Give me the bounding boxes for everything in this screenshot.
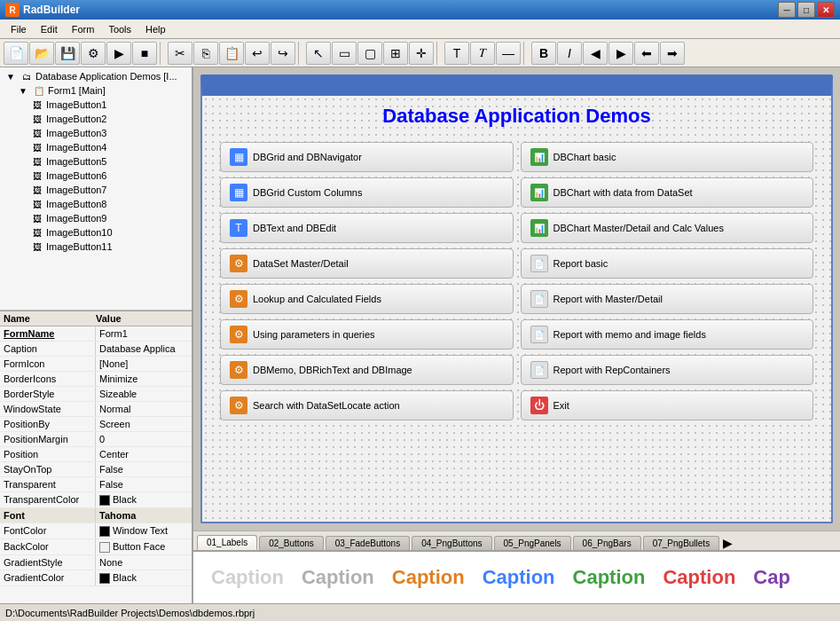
btn-report-basic[interactable]: 📄 Report basic [521,248,814,279]
tb-bold[interactable]: B [531,42,556,65]
props-val-formname: Form1 [96,326,192,341]
tab-05-pngpanels[interactable]: 05_PngPanels [494,536,571,550]
props-row-stayontop[interactable]: StayOnTop False [0,462,192,477]
fw-maximize[interactable]: □ [796,77,812,91]
tb-new[interactable]: 📄 [4,42,28,65]
menu-file[interactable]: File [4,22,34,36]
tb-back[interactable]: ⬅ [634,42,659,65]
tb-copy[interactable]: ⎘ [193,42,218,65]
props-row-fontcolor[interactable]: FontColor Window Text [0,523,192,539]
tb-redo[interactable]: ↪ [271,42,295,65]
tree-item-form1[interactable]: ▼ 📋 Form1 [Main] [2,83,190,98]
tree-item-imgbtn7[interactable]: 🖼 ImageButton7 [2,183,190,197]
props-val-fontcolor: Window Text [96,523,192,538]
btn-dbgrid-dbnavigator[interactable]: ▦ DBGrid and DBNavigator [220,142,514,172]
tree-view[interactable]: ▼ 🗂 Database Application Demos [I... ▼ 📋… [0,67,192,310]
fw-minimize[interactable]: ─ [778,77,794,91]
btn-report-master[interactable]: 📄 Report with Master/Detail [521,284,814,314]
tree-item-imgbtn1[interactable]: 🖼 ImageButton1 [2,98,190,112]
btn-lookup-calc[interactable]: ⚙ Lookup and Calculated Fields [220,284,514,314]
tb-cut[interactable]: ✂ [168,42,192,65]
tree-item-imgbtn6[interactable]: 🖼 ImageButton6 [2,169,190,183]
tree-item-imgbtn10[interactable]: 🖼 ImageButton10 [2,225,190,240]
tb-text[interactable]: T [444,42,469,65]
tb-pointer[interactable]: ↖ [306,42,331,65]
props-row-windowstate[interactable]: WindowState Normal [0,402,192,417]
props-row-backcolor[interactable]: BackColor Button Face [0,539,192,555]
tb-separator-3 [436,42,442,65]
tab-03-fadebuttons[interactable]: 03_FadeButtons [326,536,410,550]
tb-fwd[interactable]: ➡ [660,42,685,65]
props-row-positionmargin[interactable]: PositionMargin 0 [0,432,192,447]
demo-buttons-grid: ▦ DBGrid and DBNavigator ▦ DBGrid Custom… [211,142,822,421]
props-row-bordericons[interactable]: BorderIcons Minimize [0,372,192,387]
close-button[interactable]: ✕ [817,2,835,18]
btn-dbchart-master[interactable]: 📊 DBChart Master/Detail and Calc Values [521,213,814,243]
tb-paste[interactable]: 📋 [219,42,244,65]
tb-stop[interactable]: ■ [132,42,157,65]
btn-dataset-master[interactable]: ⚙ DataSet Master/Detail [220,248,514,279]
tree-item-imgbtn3[interactable]: 🖼 ImageButton3 [2,126,190,140]
tree-item-imgbtn8[interactable]: 🖼 ImageButton8 [2,197,190,211]
btn-dbchart-data[interactable]: 📊 DBChart with data from DataSet [521,177,814,208]
minimize-button[interactable]: ─ [778,2,796,18]
props-row-formicon[interactable]: FormIcon [None] [0,357,192,372]
btn-report-containers[interactable]: 📄 Report with RepContainers [521,355,814,385]
tb-next[interactable]: ▶ [608,42,633,65]
tab-07-pngbullets[interactable]: 07_PngBullets [643,536,720,550]
tb-cross[interactable]: ✛ [409,42,434,65]
btn-dbgrid-custom[interactable]: ▦ DBGrid Custom Columns [220,177,514,208]
btn-search[interactable]: ⚙ Search with DataSetLocate action [220,390,514,421]
tree-item-imgbtn11[interactable]: 🖼 ImageButton11 [2,240,190,254]
tree-ctrl-icon-6: 🖼 [30,169,44,182]
tb-align[interactable]: ⊞ [383,42,408,65]
btn-dbtext-dbedit[interactable]: T DBText and DBEdit [220,213,514,243]
menu-tools[interactable]: Tools [101,22,138,36]
tb-rect[interactable]: ▭ [332,42,357,65]
props-row-positionby[interactable]: PositionBy Screen [0,417,192,432]
tb-run[interactable]: ▶ [106,42,131,65]
tb-open[interactable]: 📂 [29,42,54,65]
tab-02-buttons[interactable]: 02_Buttons [259,536,324,550]
tab-04-pngbuttons[interactable]: 04_PngButtons [412,536,491,550]
props-row-transparent[interactable]: Transparent False [0,477,192,492]
tb-undo[interactable]: ↩ [245,42,270,65]
props-row-position[interactable]: Position Center [0,447,192,462]
btn-report-memo[interactable]: 📄 Report with memo and image fields [521,319,814,350]
tb-line[interactable]: ― [496,42,521,65]
btn-exit[interactable]: ⏻ Exit [521,390,814,421]
props-row-caption[interactable]: Caption Database Applica [0,342,192,357]
props-row-gradientcolor[interactable]: GradientColor Black [0,570,192,586]
tab-06-pngbars[interactable]: 06_PngBars [573,536,641,550]
btn-dbchart-basic[interactable]: 📊 DBChart basic [521,142,814,172]
tb-save[interactable]: 💾 [55,42,80,65]
tb-roundrect[interactable]: ▢ [357,42,382,65]
tree-item-imgbtn9[interactable]: 🖼 ImageButton9 [2,211,190,225]
tree-item-imgbtn5[interactable]: 🖼 ImageButton5 [2,154,190,169]
fw-close[interactable]: ✕ [813,77,829,91]
tree-item-root[interactable]: ▼ 🗂 Database Application Demos [I... [2,69,190,83]
menu-bar: File Edit Form Tools Help [0,20,840,39]
props-row-gradientstyle[interactable]: GradientStyle None [0,555,192,570]
tb-text2[interactable]: 𝑇 [470,42,495,65]
props-row-borderstyle[interactable]: BorderStyle Sizeable [0,387,192,402]
tree-item-imgbtn2[interactable]: 🖼 ImageButton2 [2,112,190,126]
menu-edit[interactable]: Edit [34,22,65,36]
form-window: 🖼 Database Application Demos ─ □ ✕ Datab… [200,75,833,523]
tabs-scroll-right[interactable]: ▶ [723,536,733,550]
tb-italic[interactable]: I [557,42,582,65]
app-icon: R [5,3,20,17]
btn-dbmemo[interactable]: ⚙ DBMemo, DBRichText and DBImage [220,355,514,385]
menu-help[interactable]: Help [138,22,173,36]
btn-params[interactable]: ⚙ Using parameters in queries [220,319,514,350]
tree-expand-icon: ▼ [4,70,18,83]
btn-icon-report-master: 📄 [530,290,548,308]
menu-form[interactable]: Form [65,22,102,36]
tb-compile[interactable]: ⚙ [81,42,106,65]
tab-01-labels[interactable]: 01_Labels [197,535,257,550]
maximize-button[interactable]: □ [797,2,815,18]
props-row-formname[interactable]: FormName Form1 [0,326,192,342]
tree-item-imgbtn4[interactable]: 🖼 ImageButton4 [2,140,190,154]
props-row-transparentcolor[interactable]: TransparentColor Black [0,492,192,508]
tb-prev[interactable]: ◀ [583,42,608,65]
